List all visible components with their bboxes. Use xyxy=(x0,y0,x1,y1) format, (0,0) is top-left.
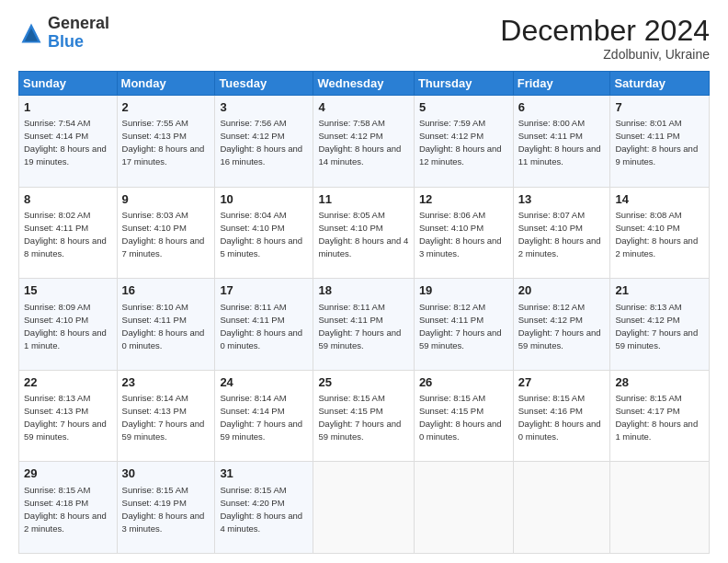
day-info: Sunrise: 8:15 AMSunset: 4:20 PMDaylight:… xyxy=(220,485,302,534)
day-number: 4 xyxy=(318,99,408,116)
day-number: 18 xyxy=(318,282,408,299)
table-row: 18 Sunrise: 8:11 AMSunset: 4:11 PMDaylig… xyxy=(313,279,414,371)
table-row xyxy=(414,462,513,554)
table-row: 5 Sunrise: 7:59 AMSunset: 4:12 PMDayligh… xyxy=(414,96,513,188)
table-row: 31 Sunrise: 8:15 AMSunset: 4:20 PMDaylig… xyxy=(215,462,313,554)
day-number: 11 xyxy=(318,191,408,208)
day-number: 3 xyxy=(220,99,308,116)
calendar-header-row: Sunday Monday Tuesday Wednesday Thursday… xyxy=(19,72,710,96)
table-row: 25 Sunrise: 8:15 AMSunset: 4:15 PMDaylig… xyxy=(313,370,414,462)
day-number: 20 xyxy=(518,282,606,299)
day-number: 1 xyxy=(24,99,112,116)
logo-icon xyxy=(18,20,44,46)
table-row: 4 Sunrise: 7:58 AMSunset: 4:12 PMDayligh… xyxy=(313,96,414,188)
table-row: 23 Sunrise: 8:14 AMSunset: 4:13 PMDaylig… xyxy=(117,370,215,462)
logo: General Blue xyxy=(18,15,109,52)
calendar-week-row: 22 Sunrise: 8:13 AMSunset: 4:13 PMDaylig… xyxy=(19,370,710,462)
header: General Blue December 2024 Zdolbuniv, Uk… xyxy=(18,15,710,62)
calendar-week-row: 1 Sunrise: 7:54 AMSunset: 4:14 PMDayligh… xyxy=(19,96,710,188)
day-number: 12 xyxy=(419,191,508,208)
col-tuesday: Tuesday xyxy=(215,72,313,96)
calendar-week-row: 29 Sunrise: 8:15 AMSunset: 4:18 PMDaylig… xyxy=(19,462,710,554)
day-number: 7 xyxy=(615,99,704,116)
day-info: Sunrise: 8:15 AMSunset: 4:19 PMDaylight:… xyxy=(122,485,205,534)
day-info: Sunrise: 8:13 AMSunset: 4:12 PMDaylight:… xyxy=(615,302,698,350)
table-row: 14 Sunrise: 8:08 AMSunset: 4:10 PMDaylig… xyxy=(610,187,710,279)
day-info: Sunrise: 8:14 AMSunset: 4:14 PMDaylight:… xyxy=(220,393,302,442)
calendar-week-row: 8 Sunrise: 8:02 AMSunset: 4:11 PMDayligh… xyxy=(19,187,710,279)
day-info: Sunrise: 8:13 AMSunset: 4:13 PMDaylight:… xyxy=(24,393,107,442)
table-row: 10 Sunrise: 8:04 AMSunset: 4:10 PMDaylig… xyxy=(215,187,313,279)
day-info: Sunrise: 8:01 AMSunset: 4:11 PMDaylight:… xyxy=(615,118,698,167)
day-number: 23 xyxy=(122,374,210,391)
day-info: Sunrise: 8:05 AMSunset: 4:10 PMDaylight:… xyxy=(318,210,408,259)
day-number: 28 xyxy=(615,374,704,391)
table-row: 28 Sunrise: 8:15 AMSunset: 4:17 PMDaylig… xyxy=(610,370,710,462)
table-row: 17 Sunrise: 8:11 AMSunset: 4:11 PMDaylig… xyxy=(215,279,313,371)
table-row: 27 Sunrise: 8:15 AMSunset: 4:16 PMDaylig… xyxy=(513,370,610,462)
table-row xyxy=(610,462,710,554)
col-saturday: Saturday xyxy=(610,72,710,96)
table-row xyxy=(513,462,610,554)
day-info: Sunrise: 8:09 AMSunset: 4:10 PMDaylight:… xyxy=(24,302,107,350)
day-info: Sunrise: 8:15 AMSunset: 4:15 PMDaylight:… xyxy=(419,393,502,442)
location-subtitle: Zdolbuniv, Ukraine xyxy=(500,47,710,62)
day-info: Sunrise: 8:00 AMSunset: 4:11 PMDaylight:… xyxy=(518,118,601,167)
day-info: Sunrise: 8:02 AMSunset: 4:11 PMDaylight:… xyxy=(24,210,107,259)
day-info: Sunrise: 8:06 AMSunset: 4:10 PMDaylight:… xyxy=(419,210,502,259)
table-row: 12 Sunrise: 8:06 AMSunset: 4:10 PMDaylig… xyxy=(414,187,513,279)
calendar-week-row: 15 Sunrise: 8:09 AMSunset: 4:10 PMDaylig… xyxy=(19,279,710,371)
day-info: Sunrise: 8:04 AMSunset: 4:10 PMDaylight:… xyxy=(220,210,302,259)
day-number: 27 xyxy=(518,374,606,391)
table-row: 21 Sunrise: 8:13 AMSunset: 4:12 PMDaylig… xyxy=(610,279,710,371)
day-number: 22 xyxy=(24,374,112,391)
table-row: 11 Sunrise: 8:05 AMSunset: 4:10 PMDaylig… xyxy=(313,187,414,279)
table-row: 16 Sunrise: 8:10 AMSunset: 4:11 PMDaylig… xyxy=(117,279,215,371)
table-row: 7 Sunrise: 8:01 AMSunset: 4:11 PMDayligh… xyxy=(610,96,710,188)
day-number: 25 xyxy=(318,374,408,391)
logo-general: General xyxy=(48,14,109,32)
table-row: 13 Sunrise: 8:07 AMSunset: 4:10 PMDaylig… xyxy=(513,187,610,279)
day-number: 17 xyxy=(220,282,308,299)
day-info: Sunrise: 7:54 AMSunset: 4:14 PMDaylight:… xyxy=(24,118,107,167)
day-number: 31 xyxy=(220,465,308,482)
day-number: 2 xyxy=(122,99,210,116)
table-row: 6 Sunrise: 8:00 AMSunset: 4:11 PMDayligh… xyxy=(513,96,610,188)
table-row: 19 Sunrise: 8:12 AMSunset: 4:11 PMDaylig… xyxy=(414,279,513,371)
day-info: Sunrise: 8:11 AMSunset: 4:11 PMDaylight:… xyxy=(220,302,302,350)
day-info: Sunrise: 8:12 AMSunset: 4:11 PMDaylight:… xyxy=(419,302,502,350)
day-number: 13 xyxy=(518,191,606,208)
day-number: 8 xyxy=(24,191,112,208)
day-number: 19 xyxy=(419,282,508,299)
col-sunday: Sunday xyxy=(19,72,118,96)
table-row: 22 Sunrise: 8:13 AMSunset: 4:13 PMDaylig… xyxy=(19,370,118,462)
table-row: 1 Sunrise: 7:54 AMSunset: 4:14 PMDayligh… xyxy=(19,96,118,188)
day-number: 5 xyxy=(419,99,508,116)
day-info: Sunrise: 7:59 AMSunset: 4:12 PMDaylight:… xyxy=(419,118,502,167)
day-number: 6 xyxy=(518,99,606,116)
day-number: 14 xyxy=(615,191,704,208)
logo-blue: Blue xyxy=(48,32,84,51)
month-title: December 2024 xyxy=(500,15,710,47)
table-row: 24 Sunrise: 8:14 AMSunset: 4:14 PMDaylig… xyxy=(215,370,313,462)
table-row: 15 Sunrise: 8:09 AMSunset: 4:10 PMDaylig… xyxy=(19,279,118,371)
day-info: Sunrise: 8:12 AMSunset: 4:12 PMDaylight:… xyxy=(518,302,601,350)
day-info: Sunrise: 7:56 AMSunset: 4:12 PMDaylight:… xyxy=(220,118,302,167)
day-number: 21 xyxy=(615,282,704,299)
day-info: Sunrise: 8:03 AMSunset: 4:10 PMDaylight:… xyxy=(122,210,205,259)
day-info: Sunrise: 8:11 AMSunset: 4:11 PMDaylight:… xyxy=(318,302,401,350)
table-row: 29 Sunrise: 8:15 AMSunset: 4:18 PMDaylig… xyxy=(19,462,118,554)
day-number: 15 xyxy=(24,282,112,299)
day-number: 26 xyxy=(419,374,508,391)
day-info: Sunrise: 8:15 AMSunset: 4:15 PMDaylight:… xyxy=(318,393,401,442)
calendar-table: Sunday Monday Tuesday Wednesday Thursday… xyxy=(18,71,710,554)
day-number: 29 xyxy=(24,465,112,482)
table-row: 8 Sunrise: 8:02 AMSunset: 4:11 PMDayligh… xyxy=(19,187,118,279)
day-info: Sunrise: 8:15 AMSunset: 4:16 PMDaylight:… xyxy=(518,393,601,442)
day-info: Sunrise: 8:15 AMSunset: 4:18 PMDaylight:… xyxy=(24,485,107,534)
col-wednesday: Wednesday xyxy=(313,72,414,96)
day-info: Sunrise: 8:10 AMSunset: 4:11 PMDaylight:… xyxy=(122,302,205,350)
title-block: December 2024 Zdolbuniv, Ukraine xyxy=(500,15,710,62)
table-row: 30 Sunrise: 8:15 AMSunset: 4:19 PMDaylig… xyxy=(117,462,215,554)
table-row: 20 Sunrise: 8:12 AMSunset: 4:12 PMDaylig… xyxy=(513,279,610,371)
